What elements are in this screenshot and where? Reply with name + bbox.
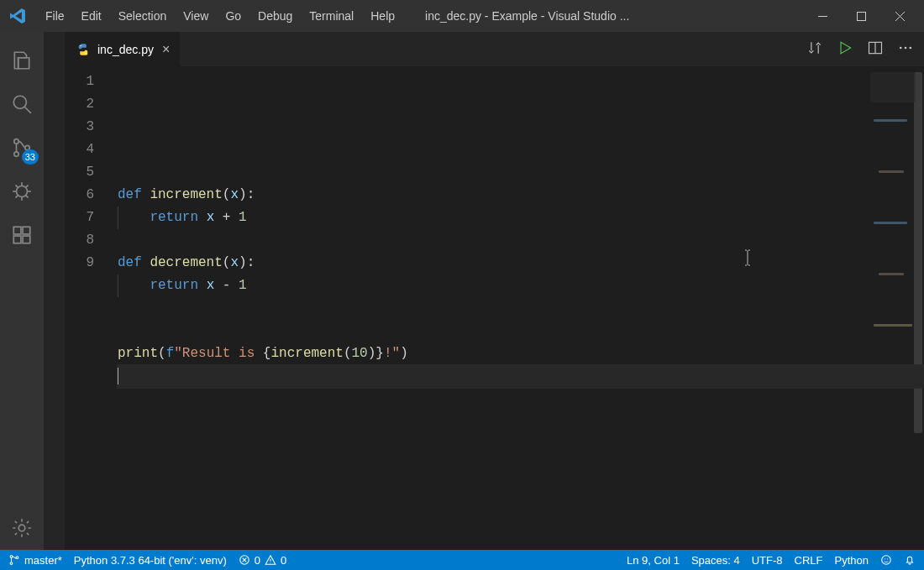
code-line[interactable]: return x + 1	[118, 207, 924, 229]
editor-group: inc_dec.py × 123456789	[66, 32, 924, 550]
svg-point-28	[900, 46, 902, 49]
line-number: 5	[66, 161, 94, 184]
status-bar: master* Python 3.7.3 64-bit ('env': venv…	[0, 550, 924, 570]
svg-point-33	[16, 557, 18, 559]
menu-edit[interactable]: Edit	[73, 4, 110, 28]
editor-tabbar: inc_dec.py ×	[66, 32, 924, 67]
titlebar: FileEditSelectionViewGoDebugTerminalHelp…	[0, 0, 924, 32]
svg-point-4	[13, 96, 26, 108]
code-editor[interactable]: 123456789 def increment(x): return x + 1…	[66, 67, 924, 550]
tab-filename: inc_dec.py	[97, 43, 154, 56]
compare-changes-icon[interactable]	[806, 39, 823, 60]
status-branch[interactable]: master*	[8, 554, 62, 567]
line-number: 3	[66, 116, 94, 139]
svg-line-5	[24, 107, 31, 113]
settings-gear-icon[interactable]	[0, 506, 44, 550]
svg-rect-20	[23, 236, 30, 243]
code-line[interactable]	[118, 365, 924, 388]
main-area: 33 inc_dec.py ×	[0, 32, 924, 550]
split-editor-icon[interactable]	[867, 39, 884, 60]
more-actions-icon[interactable]	[897, 39, 914, 60]
source-control-icon[interactable]: 33	[0, 126, 44, 170]
line-number: 8	[66, 229, 94, 252]
svg-point-29	[905, 46, 907, 49]
svg-line-17	[15, 195, 18, 197]
tab-inc-dec[interactable]: inc_dec.py ×	[66, 32, 181, 66]
minimap[interactable]	[870, 72, 916, 102]
line-number: 9	[66, 252, 94, 275]
menu-file[interactable]: File	[37, 4, 73, 28]
code-line[interactable]: print(f"Result is {increment(10)}!")	[118, 343, 924, 365]
vscode-logo-icon	[5, 3, 30, 29]
minimize-button[interactable]	[803, 0, 842, 32]
line-number: 2	[66, 93, 94, 116]
svg-line-15	[25, 195, 28, 197]
code-line[interactable]: def decrement(x):	[118, 252, 924, 275]
scm-badge: 33	[22, 149, 39, 165]
line-number: 6	[66, 184, 94, 207]
menu-bar: FileEditSelectionViewGoDebugTerminalHelp	[37, 4, 403, 28]
status-eol[interactable]: CRLF	[795, 554, 823, 567]
menu-selection[interactable]: Selection	[110, 4, 176, 28]
code-content[interactable]: def increment(x): return x + 1def decrem…	[118, 71, 924, 550]
window-title: inc_dec.py - Example - Visual Studio ...	[403, 9, 800, 23]
tab-close-icon[interactable]: ×	[160, 43, 170, 56]
svg-line-16	[25, 185, 28, 187]
explorer-icon[interactable]	[0, 39, 44, 82]
code-line[interactable]	[118, 320, 924, 343]
code-line[interactable]: return x - 1	[118, 275, 924, 297]
line-number: 4	[66, 139, 94, 161]
svg-point-24	[85, 52, 86, 53]
close-button[interactable]	[880, 0, 919, 32]
run-icon[interactable]	[837, 39, 853, 60]
svg-point-23	[80, 44, 81, 45]
svg-point-32	[10, 562, 13, 565]
menu-help[interactable]: Help	[362, 4, 403, 28]
status-notifications-icon[interactable]	[904, 554, 916, 566]
line-number: 1	[66, 71, 94, 93]
svg-point-31	[10, 556, 13, 558]
svg-rect-1	[857, 12, 865, 20]
svg-rect-18	[13, 227, 21, 234]
cursor	[118, 368, 118, 384]
status-indentation[interactable]: Spaces: 4	[691, 554, 740, 567]
menu-debug[interactable]: Debug	[249, 4, 301, 28]
line-number: 7	[66, 207, 94, 229]
python-file-icon	[76, 42, 91, 57]
svg-marker-25	[841, 42, 851, 53]
menu-view[interactable]: View	[175, 4, 217, 28]
window-controls	[803, 0, 919, 32]
status-cursor-position[interactable]: Ln 9, Col 1	[627, 554, 680, 567]
status-feedback-icon[interactable]	[880, 554, 892, 566]
svg-point-6	[14, 139, 18, 144]
debug-icon[interactable]	[0, 170, 44, 213]
menu-go[interactable]: Go	[217, 4, 249, 28]
svg-line-14	[15, 185, 18, 187]
status-encoding[interactable]: UTF-8	[752, 554, 783, 567]
svg-point-40	[885, 558, 885, 559]
status-interpreter[interactable]: Python 3.7.3 64-bit ('env': venv)	[74, 554, 227, 567]
code-line[interactable]	[118, 229, 924, 252]
svg-rect-21	[23, 227, 30, 234]
status-problems[interactable]: 0 0	[239, 554, 286, 567]
svg-point-30	[910, 46, 912, 49]
maximize-button[interactable]	[842, 0, 880, 32]
code-line[interactable]	[118, 297, 924, 320]
svg-rect-19	[13, 236, 21, 243]
code-line[interactable]: def increment(x):	[118, 184, 924, 207]
menu-terminal[interactable]: Terminal	[301, 4, 362, 28]
svg-point-7	[14, 152, 18, 156]
svg-point-41	[887, 558, 888, 559]
svg-point-38	[270, 562, 271, 563]
editor-actions	[796, 32, 924, 66]
extensions-icon[interactable]	[0, 213, 44, 257]
collapsed-sidebar[interactable]	[44, 32, 66, 550]
search-icon[interactable]	[0, 82, 44, 126]
activity-bar: 33	[0, 32, 44, 550]
line-number-gutter: 123456789	[66, 71, 118, 550]
status-language-mode[interactable]: Python	[835, 554, 869, 567]
svg-point-39	[882, 556, 891, 565]
svg-point-22	[18, 525, 25, 531]
